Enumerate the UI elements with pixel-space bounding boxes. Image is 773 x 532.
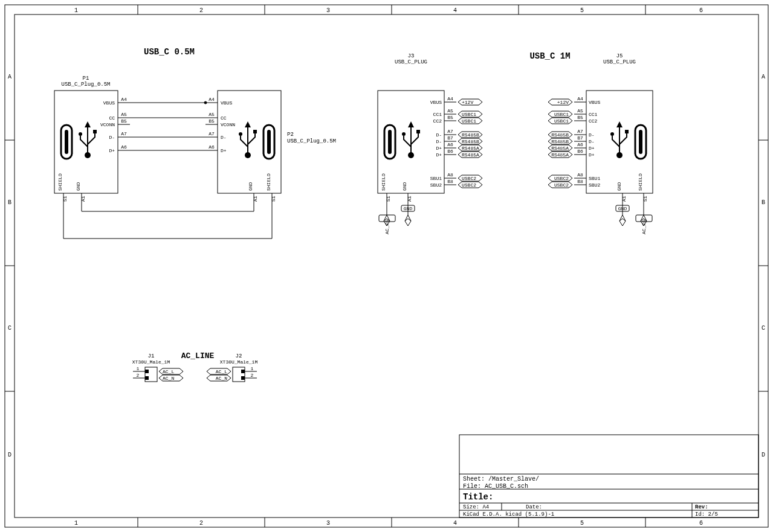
svg-rect-194 xyxy=(145,370,149,373)
svg-text:A6: A6 xyxy=(209,144,215,150)
svg-text:A1: A1 xyxy=(621,196,627,202)
svg-text:A8: A8 xyxy=(577,172,583,178)
svg-text:RS485B: RS485B xyxy=(462,132,479,138)
svg-text:B5: B5 xyxy=(121,118,127,124)
svg-text:B8: B8 xyxy=(447,179,453,184)
svg-text:A7: A7 xyxy=(577,129,583,134)
svg-text:GND: GND xyxy=(618,206,627,211)
svg-text:KiCad E.D.A.  kicad (5.1.9)-1: KiCad E.D.A. kicad (5.1.9)-1 xyxy=(463,511,554,518)
svg-text:6: 6 xyxy=(699,7,703,14)
svg-text:D-: D- xyxy=(589,139,595,144)
svg-text:USBC1: USBC1 xyxy=(554,118,569,124)
svg-text:File: AC_USB_C.sch: File: AC_USB_C.sch xyxy=(463,483,528,490)
svg-text:CC1: CC1 xyxy=(433,112,442,117)
svg-text:SHIELD: SHIELD xyxy=(381,173,386,191)
component-j1: J1 XT30U_Male_1M 1 2 AC_L AC_N xyxy=(132,353,183,382)
svg-text:AC_N: AC_N xyxy=(216,376,227,381)
svg-text:AC_FG: AC_FG xyxy=(384,220,390,234)
svg-rect-44 xyxy=(54,91,118,193)
svg-text:S1: S1 xyxy=(642,196,648,202)
j5-nets: +12V USBC1 USBC1 RS485B RS485B RS485A RS… xyxy=(548,99,652,234)
svg-point-89 xyxy=(204,101,207,104)
svg-text:VBUS: VBUS xyxy=(430,100,442,105)
svg-text:D+: D+ xyxy=(589,146,595,151)
svg-text:SBU1: SBU1 xyxy=(589,176,600,181)
svg-text:3: 3 xyxy=(326,7,330,14)
svg-text:2: 2 xyxy=(199,520,203,527)
svg-text:6: 6 xyxy=(699,520,703,527)
svg-text:1: 1 xyxy=(74,7,78,14)
svg-text:D+: D+ xyxy=(436,146,442,151)
p2-ref: P2 xyxy=(287,132,294,138)
section-title-usbc05: USB_C 0.5M xyxy=(144,47,195,57)
j3-ref: J3 xyxy=(408,53,415,59)
svg-text:CC2: CC2 xyxy=(589,118,598,124)
svg-text:VCONN: VCONN xyxy=(221,122,235,127)
svg-text:SHIELD: SHIELD xyxy=(57,173,63,191)
svg-text:D-: D- xyxy=(589,132,595,138)
ruler-right: A B C D xyxy=(758,74,768,458)
svg-text:SBU2: SBU2 xyxy=(589,182,600,188)
svg-text:2: 2 xyxy=(251,373,254,378)
svg-text:A1: A1 xyxy=(253,196,258,202)
svg-text:D-: D- xyxy=(221,135,227,140)
svg-text:J2: J2 xyxy=(236,353,242,359)
svg-text:VCONN: VCONN xyxy=(100,122,115,127)
svg-text:RS485A: RS485A xyxy=(462,146,479,151)
svg-text:B5: B5 xyxy=(577,115,583,120)
svg-text:1: 1 xyxy=(74,520,78,527)
svg-text:1: 1 xyxy=(137,366,140,371)
svg-text:A6: A6 xyxy=(121,144,127,150)
svg-text:2: 2 xyxy=(199,7,203,14)
svg-text:A5: A5 xyxy=(209,112,215,117)
svg-text:USBC1: USBC1 xyxy=(462,118,476,124)
usb-trident-icon xyxy=(79,121,97,158)
svg-text:XT30U_Male_1M: XT30U_Male_1M xyxy=(220,359,258,365)
svg-text:AC_L: AC_L xyxy=(163,369,174,374)
svg-text:4: 4 xyxy=(453,520,457,527)
svg-text:B7: B7 xyxy=(447,135,453,141)
svg-text:RS485A: RS485A xyxy=(462,152,479,158)
section-title-usbc1m: USB_C 1M xyxy=(529,51,570,61)
svg-text:B7: B7 xyxy=(577,135,583,141)
svg-text:B5: B5 xyxy=(447,115,453,120)
j5-ref: J5 xyxy=(616,53,623,59)
svg-text:B6: B6 xyxy=(447,149,453,154)
svg-text:Title:: Title: xyxy=(463,492,493,502)
svg-text:RS485A: RS485A xyxy=(551,146,569,151)
schematic-sheet: 1 2 3 4 5 6 1 2 3 4 5 6 A B C D A B C D … xyxy=(0,0,773,532)
component-j2: J2 XT30U_Male_1M 1 2 AC_L AC_N xyxy=(207,353,257,382)
svg-text:B6: B6 xyxy=(577,149,583,154)
p1-name: USB_C_Plug_0.5M xyxy=(61,82,110,88)
svg-text:D-: D- xyxy=(436,132,442,138)
svg-text:AC_FG: AC_FG xyxy=(641,220,647,234)
svg-text:Size: A4: Size: A4 xyxy=(463,504,489,510)
svg-rect-207 xyxy=(241,376,245,380)
component-p1: P1 USB_C_Plug_0.5M VBUS CC VCONN D- D+ A… xyxy=(54,75,130,204)
svg-text:C: C xyxy=(762,325,765,332)
svg-text:D: D xyxy=(762,452,765,458)
p1-ref: P1 xyxy=(83,75,89,82)
svg-text:SHIELD: SHIELD xyxy=(638,173,643,191)
svg-text:D+: D+ xyxy=(221,148,227,153)
svg-text:A: A xyxy=(762,74,765,80)
svg-text:A5: A5 xyxy=(447,108,453,114)
svg-text:A5: A5 xyxy=(121,112,127,117)
svg-text:SBU2: SBU2 xyxy=(430,182,442,188)
svg-text:B5: B5 xyxy=(209,118,215,124)
usb-slot-icon xyxy=(61,125,72,159)
svg-text:GND: GND xyxy=(248,182,253,191)
svg-text:Date:: Date: xyxy=(526,504,542,510)
svg-rect-196 xyxy=(145,376,149,380)
svg-text:SHIELD: SHIELD xyxy=(266,173,271,191)
section-title-acline: AC_LINE xyxy=(181,351,215,361)
svg-text:CC2: CC2 xyxy=(433,118,442,124)
svg-text:5: 5 xyxy=(580,520,584,527)
svg-text:USBC2: USBC2 xyxy=(554,182,569,188)
component-p2: P2 USB_C_Plug_0.5M VBUS CC VCONN D- D+ A… xyxy=(205,91,336,204)
svg-text:GND: GND xyxy=(402,182,407,191)
svg-text:+12V: +12V xyxy=(557,100,569,105)
svg-text:GND: GND xyxy=(404,206,413,211)
svg-text:GND: GND xyxy=(616,182,622,191)
svg-text:A4: A4 xyxy=(121,97,127,102)
